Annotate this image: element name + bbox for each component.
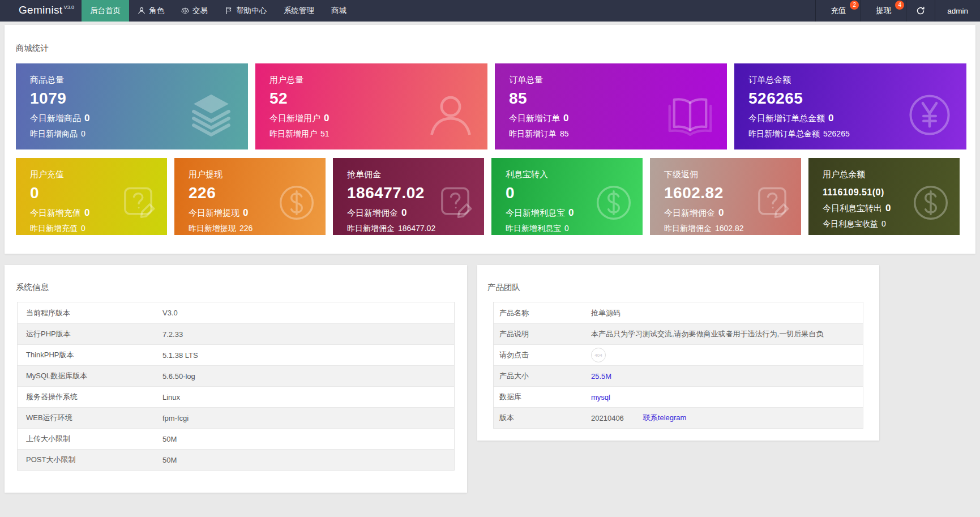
nav-tab-trade[interactable]: 交易 xyxy=(173,0,216,22)
app-logo: Geminist V3.0 xyxy=(0,0,82,22)
stat-card-value: 526265 xyxy=(748,89,966,108)
nav-tab-home[interactable]: 后台首页 xyxy=(82,0,129,22)
stat-card-order-commission: 抢单佣金186477.02今日新增佣金0昨日新增佣金186477.02 xyxy=(333,158,484,235)
stat-card-users-total: 用户总量52今日新增用户0昨日新增用户51 xyxy=(255,63,487,149)
info-row-label: 服务器操作系统 xyxy=(18,392,162,402)
stat-card-body: 商品总量1079今日新增商品0昨日新增商品0 xyxy=(16,63,248,139)
stat-card-yesterday-value: 0 xyxy=(81,129,85,138)
stat-card-title: 利息宝转入 xyxy=(506,169,643,180)
nav-tab-mall[interactable]: 商城 xyxy=(323,0,355,22)
stat-card-body: 用户充值0今日新增充值0昨日新增充值0 xyxy=(16,158,167,234)
stat-card-today-line: 今日新增订单0 xyxy=(509,113,727,124)
info-row-label: 上传大小限制 xyxy=(18,434,162,444)
stat-card-yesterday-value: 85 xyxy=(560,129,569,138)
stat-card-yesterday-label: 昨日新增佣金 xyxy=(664,224,712,234)
nav-tab-label: 帮助中心 xyxy=(236,6,267,16)
info-row: 产品大小25.5M xyxy=(494,365,863,386)
stat-card-today-label: 今日利息宝转出 xyxy=(823,203,882,214)
stat-card-user-recharge: 用户充值0今日新增充值0昨日新增充值0 xyxy=(16,158,167,235)
info-row: POST大小限制50M xyxy=(18,449,454,470)
stat-card-yesterday-label: 今日利息宝收益 xyxy=(823,219,878,229)
value-text: 5.1.38 LTS xyxy=(162,351,198,360)
nav-tab-label: 交易 xyxy=(192,6,208,16)
info-row-value: 5.6.50-log xyxy=(162,372,454,381)
value-link[interactable]: 联系telegram xyxy=(643,413,687,423)
stat-card-yesterday-value: 526265 xyxy=(823,129,850,138)
info-row: ThinkPHP版本5.1.38 LTS xyxy=(18,344,454,365)
nav-tab-roles[interactable]: 角色 xyxy=(129,0,173,22)
stat-card-today-value: 0 xyxy=(84,207,89,219)
stat-card-yesterday-label: 昨日新增充值 xyxy=(30,224,78,234)
info-row: 产品说明本产品只为学习测试交流,请勿要做商业或者用于违法行为,一切后果自负 xyxy=(494,323,863,344)
stat-card-today-label: 今日新增佣金 xyxy=(347,208,398,219)
stat-card-body: 用户总余额1116109.51(0)今日利息宝转出0今日利息宝收益0 xyxy=(808,158,960,229)
stat-card-today-value: 0 xyxy=(563,113,568,124)
stat-card-today-line: 今日新增佣金0 xyxy=(347,207,484,219)
stat-card-title: 用户充值 xyxy=(30,169,167,180)
stats-row-1: 商品总量1079今日新增商品0昨日新增商品0用户总量52今日新增用户0昨日新增用… xyxy=(16,63,966,149)
stat-card-orders-total: 订单总量85今日新增订单0昨日新增订单85 xyxy=(495,63,727,149)
stats-panel-title: 商城统计 xyxy=(5,25,975,54)
stat-card-body: 订单总量85今日新增订单0昨日新增订单85 xyxy=(495,63,727,139)
main-menu: 后台首页角色交易帮助中心系统管理商城 xyxy=(82,0,355,22)
user-menu[interactable]: admin xyxy=(935,0,980,22)
stat-card-value: 186477.02 xyxy=(347,184,484,202)
stat-card-today-value: 0 xyxy=(885,203,891,214)
refresh-button[interactable] xyxy=(906,0,935,22)
stat-card-today-label: 今日新增订单总金额 xyxy=(748,113,825,124)
info-row-label: 产品大小 xyxy=(494,371,591,381)
info-row-value: 7.2.33 xyxy=(162,330,454,339)
stat-card-yesterday-line: 昨日新增佣金186477.02 xyxy=(347,224,484,234)
stat-card-yesterday-value: 0 xyxy=(81,224,85,233)
value-text: fpm-fcgi xyxy=(162,414,189,422)
stat-card-today-label: 今日新增提现 xyxy=(189,208,239,219)
stat-card-goods-total: 商品总量1079今日新增商品0昨日新增商品0 xyxy=(16,63,248,149)
withdraw-button[interactable]: 提现4 xyxy=(861,0,906,22)
info-row-label: POST大小限制 xyxy=(18,455,162,465)
nav-tab-system-manage[interactable]: 系统管理 xyxy=(275,0,323,22)
shop-stats-panel: 商城统计 商品总量1079今日新增商品0昨日新增商品0用户总量52今日新增用户0… xyxy=(5,25,975,254)
stat-card-body: 订单总金额526265今日新增订单总金额0昨日新增订单总金额526265 xyxy=(734,63,966,139)
withdraw-label: 提现 xyxy=(876,6,891,16)
info-row: WEB运行环境fpm-fcgi xyxy=(18,407,454,428)
info-row-value: 404 xyxy=(591,348,863,362)
stat-card-yesterday-line: 昨日新增提现226 xyxy=(189,224,326,234)
stat-card-user-balance-total: 用户总余额1116109.51(0)今日利息宝转出0今日利息宝收益0 xyxy=(808,158,960,235)
info-row-label: 版本 xyxy=(494,413,591,423)
stat-card-yesterday-line: 昨日新增充值0 xyxy=(30,224,167,234)
product-team-table: 产品名称抢单源码产品说明本产品只为学习测试交流,请勿要做商业或者用于违法行为,一… xyxy=(493,302,863,429)
stat-card-today-line: 今日新增充值0 xyxy=(30,207,167,219)
nav-tab-help-center[interactable]: 帮助中心 xyxy=(216,0,275,22)
stat-card-today-label: 今日新增佣金 xyxy=(664,208,715,219)
value-link[interactable]: mysql xyxy=(591,393,610,401)
value-text: 7.2.33 xyxy=(162,330,183,339)
stat-card-title: 抢单佣金 xyxy=(347,169,484,180)
stat-card-today-label: 今日新增用户 xyxy=(269,113,320,124)
info-row-label: MySQL数据库版本 xyxy=(18,371,162,381)
stat-card-yesterday-line: 今日利息宝收益0 xyxy=(823,219,960,229)
stat-card-today-line: 今日新增用户0 xyxy=(269,113,487,124)
stat-card-body: 下级返佣1602.82今日新增佣金0昨日新增佣金1602.82 xyxy=(650,158,801,234)
stat-card-order-amount-total: 订单总金额526265今日新增订单总金额0昨日新增订单总金额526265 xyxy=(734,63,966,149)
person-icon xyxy=(138,7,145,15)
value-link[interactable]: 25.5M xyxy=(591,372,611,381)
stat-card-yesterday-value: 1602.82 xyxy=(715,224,744,233)
info-row-label: 请勿点击 xyxy=(494,350,591,360)
info-row-value: 抢单源码 xyxy=(591,308,863,318)
stat-card-title: 用户总余额 xyxy=(823,169,960,180)
recharge-button[interactable]: 充值2 xyxy=(815,0,861,22)
value-text: 5.6.50-log xyxy=(162,372,195,381)
info-row: 上传大小限制50M xyxy=(18,428,454,449)
info-row-label: WEB运行环境 xyxy=(18,413,162,423)
navbar-right: 充值2提现4 admin xyxy=(815,0,980,22)
system-info-panel: 系统信息 当前程序版本V3.0运行PHP版本7.2.33ThinkPHP版本5.… xyxy=(5,265,467,493)
stat-card-yesterday-label: 昨日新增佣金 xyxy=(347,224,395,234)
info-row-value: 5.1.38 LTS xyxy=(162,351,454,360)
stat-card-body: 抢单佣金186477.02今日新增佣金0昨日新增佣金186477.02 xyxy=(333,158,484,234)
badge-404[interactable]: 404 xyxy=(591,348,606,362)
value-text: 50M xyxy=(162,435,177,443)
value-text: 本产品只为学习测试交流,请勿要做商业或者用于违法行为,一切后果自负 xyxy=(591,329,823,339)
info-row-value: 20210406联系telegram xyxy=(591,413,863,423)
stat-card-user-withdraw: 用户提现226今日新增提现0昨日新增提现226 xyxy=(174,158,326,235)
stat-card-today-value: 0 xyxy=(828,113,833,124)
